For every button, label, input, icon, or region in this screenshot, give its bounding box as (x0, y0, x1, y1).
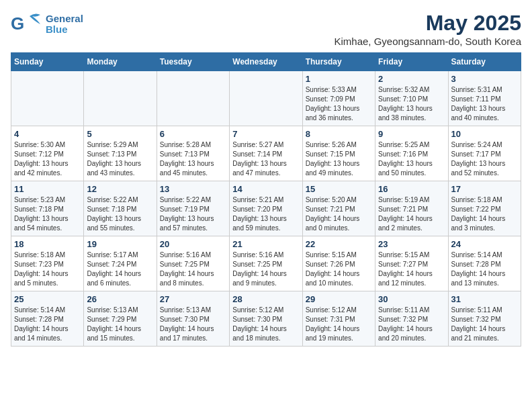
day-number: 15 (306, 184, 372, 194)
day-number: 31 (451, 294, 518, 304)
day-info: Sunrise: 5:19 AM Sunset: 7:21 PM Dayligh… (378, 195, 445, 233)
day-number: 8 (306, 129, 372, 139)
day-number: 18 (14, 239, 81, 249)
cell-2-3: 14Sunrise: 5:21 AM Sunset: 7:20 PM Dayli… (230, 181, 302, 236)
day-info: Sunrise: 5:18 AM Sunset: 7:23 PM Dayligh… (14, 250, 81, 288)
day-info: Sunrise: 5:30 AM Sunset: 7:12 PM Dayligh… (14, 140, 81, 178)
cell-4-2: 27Sunrise: 5:13 AM Sunset: 7:30 PM Dayli… (157, 291, 229, 347)
day-info: Sunrise: 5:27 AM Sunset: 7:14 PM Dayligh… (232, 140, 299, 178)
day-info: Sunrise: 5:11 AM Sunset: 7:32 PM Dayligh… (378, 306, 445, 343)
cell-3-3: 21Sunrise: 5:16 AM Sunset: 7:25 PM Dayli… (230, 236, 302, 291)
day-info: Sunrise: 5:13 AM Sunset: 7:30 PM Dayligh… (160, 306, 226, 343)
day-number: 29 (306, 294, 372, 304)
header-day-thursday: Thursday (302, 53, 375, 71)
cell-0-1 (84, 71, 157, 126)
day-info: Sunrise: 5:24 AM Sunset: 7:17 PM Dayligh… (451, 140, 518, 178)
day-number: 13 (160, 184, 226, 194)
cell-2-2: 13Sunrise: 5:22 AM Sunset: 7:19 PM Dayli… (157, 181, 229, 236)
cell-2-6: 17Sunrise: 5:18 AM Sunset: 7:22 PM Dayli… (448, 181, 521, 236)
week-row-1: 1Sunrise: 5:33 AM Sunset: 7:09 PM Daylig… (11, 71, 521, 126)
cell-3-0: 18Sunrise: 5:18 AM Sunset: 7:23 PM Dayli… (11, 236, 84, 291)
day-info: Sunrise: 5:17 AM Sunset: 7:24 PM Dayligh… (87, 250, 153, 288)
cell-0-5: 2Sunrise: 5:32 AM Sunset: 7:10 PM Daylig… (375, 71, 448, 126)
day-number: 6 (160, 129, 226, 139)
header-day-tuesday: Tuesday (157, 53, 229, 71)
day-info: Sunrise: 5:22 AM Sunset: 7:19 PM Dayligh… (160, 195, 226, 233)
cell-0-0 (11, 71, 84, 126)
day-info: Sunrise: 5:32 AM Sunset: 7:10 PM Dayligh… (378, 85, 445, 123)
calendar-table: SundayMondayTuesdayWednesdayThursdayFrid… (11, 52, 521, 347)
week-row-3: 11Sunrise: 5:23 AM Sunset: 7:18 PM Dayli… (11, 181, 521, 236)
cell-4-0: 25Sunrise: 5:14 AM Sunset: 7:28 PM Dayli… (11, 291, 84, 347)
day-number: 1 (306, 74, 372, 84)
day-number: 25 (14, 294, 81, 304)
header-day-wednesday: Wednesday (230, 53, 302, 71)
day-info: Sunrise: 5:28 AM Sunset: 7:13 PM Dayligh… (160, 140, 226, 178)
cell-2-1: 12Sunrise: 5:22 AM Sunset: 7:18 PM Dayli… (84, 181, 157, 236)
day-info: Sunrise: 5:14 AM Sunset: 7:28 PM Dayligh… (451, 250, 518, 288)
day-number: 12 (87, 184, 153, 194)
cell-2-0: 11Sunrise: 5:23 AM Sunset: 7:18 PM Dayli… (11, 181, 84, 236)
logo-text: General Blue (46, 13, 83, 36)
day-info: Sunrise: 5:11 AM Sunset: 7:32 PM Dayligh… (451, 306, 518, 343)
day-info: Sunrise: 5:14 AM Sunset: 7:28 PM Dayligh… (14, 306, 81, 343)
day-number: 28 (232, 294, 299, 304)
page-title: May 2025 (334, 11, 521, 36)
day-info: Sunrise: 5:15 AM Sunset: 7:27 PM Dayligh… (378, 250, 445, 288)
day-number: 17 (451, 184, 518, 194)
logo: G General Blue (11, 11, 83, 38)
cell-1-4: 8Sunrise: 5:26 AM Sunset: 7:15 PM Daylig… (302, 126, 375, 181)
cell-1-5: 9Sunrise: 5:25 AM Sunset: 7:16 PM Daylig… (375, 126, 448, 181)
header-day-monday: Monday (84, 53, 157, 71)
day-number: 5 (87, 129, 153, 139)
cell-3-1: 19Sunrise: 5:17 AM Sunset: 7:24 PM Dayli… (84, 236, 157, 291)
cell-3-6: 24Sunrise: 5:14 AM Sunset: 7:28 PM Dayli… (448, 236, 521, 291)
day-info: Sunrise: 5:15 AM Sunset: 7:26 PM Dayligh… (306, 250, 372, 288)
cell-0-4: 1Sunrise: 5:33 AM Sunset: 7:09 PM Daylig… (302, 71, 375, 126)
day-number: 23 (378, 239, 445, 249)
week-row-4: 18Sunrise: 5:18 AM Sunset: 7:23 PM Dayli… (11, 236, 521, 291)
cell-1-6: 10Sunrise: 5:24 AM Sunset: 7:17 PM Dayli… (448, 126, 521, 181)
day-number: 22 (306, 239, 372, 249)
week-row-2: 4Sunrise: 5:30 AM Sunset: 7:12 PM Daylig… (11, 126, 521, 181)
day-number: 21 (232, 239, 299, 249)
day-info: Sunrise: 5:13 AM Sunset: 7:29 PM Dayligh… (87, 306, 153, 343)
cell-4-1: 26Sunrise: 5:13 AM Sunset: 7:29 PM Dayli… (84, 291, 157, 347)
cell-4-4: 29Sunrise: 5:12 AM Sunset: 7:31 PM Dayli… (302, 291, 375, 347)
day-number: 3 (451, 74, 518, 84)
cell-4-6: 31Sunrise: 5:11 AM Sunset: 7:32 PM Dayli… (448, 291, 521, 347)
day-number: 4 (14, 129, 81, 139)
day-info: Sunrise: 5:29 AM Sunset: 7:13 PM Dayligh… (87, 140, 153, 178)
day-number: 7 (232, 129, 299, 139)
svg-text:G: G (11, 13, 24, 34)
week-row-5: 25Sunrise: 5:14 AM Sunset: 7:28 PM Dayli… (11, 291, 521, 347)
header-day-saturday: Saturday (448, 53, 521, 71)
day-number: 10 (451, 129, 518, 139)
cell-0-6: 3Sunrise: 5:31 AM Sunset: 7:11 PM Daylig… (448, 71, 521, 126)
day-info: Sunrise: 5:31 AM Sunset: 7:11 PM Dayligh… (451, 85, 518, 123)
header-row: SundayMondayTuesdayWednesdayThursdayFrid… (11, 53, 521, 71)
day-info: Sunrise: 5:16 AM Sunset: 7:25 PM Dayligh… (232, 250, 299, 288)
cell-1-0: 4Sunrise: 5:30 AM Sunset: 7:12 PM Daylig… (11, 126, 84, 181)
cell-0-3 (230, 71, 302, 126)
cell-4-5: 30Sunrise: 5:11 AM Sunset: 7:32 PM Dayli… (375, 291, 448, 347)
cell-1-2: 6Sunrise: 5:28 AM Sunset: 7:13 PM Daylig… (157, 126, 229, 181)
cell-2-5: 16Sunrise: 5:19 AM Sunset: 7:21 PM Dayli… (375, 181, 448, 236)
day-info: Sunrise: 5:18 AM Sunset: 7:22 PM Dayligh… (451, 195, 518, 233)
day-info: Sunrise: 5:16 AM Sunset: 7:25 PM Dayligh… (160, 250, 226, 288)
day-number: 9 (378, 129, 445, 139)
day-info: Sunrise: 5:21 AM Sunset: 7:20 PM Dayligh… (232, 195, 299, 233)
cell-3-4: 22Sunrise: 5:15 AM Sunset: 7:26 PM Dayli… (302, 236, 375, 291)
cell-4-3: 28Sunrise: 5:12 AM Sunset: 7:30 PM Dayli… (230, 291, 302, 347)
day-number: 24 (451, 239, 518, 249)
day-info: Sunrise: 5:12 AM Sunset: 7:30 PM Dayligh… (232, 306, 299, 343)
day-info: Sunrise: 5:23 AM Sunset: 7:18 PM Dayligh… (14, 195, 81, 233)
day-number: 27 (160, 294, 226, 304)
calendar-header: SundayMondayTuesdayWednesdayThursdayFrid… (11, 53, 521, 71)
header-day-sunday: Sunday (11, 53, 84, 71)
day-number: 14 (232, 184, 299, 194)
cell-3-2: 20Sunrise: 5:16 AM Sunset: 7:25 PM Dayli… (157, 236, 229, 291)
title-area: May 2025 Kimhae, Gyeongsannam-do, South … (334, 11, 521, 47)
day-info: Sunrise: 5:26 AM Sunset: 7:15 PM Dayligh… (306, 140, 372, 178)
day-number: 2 (378, 74, 445, 84)
